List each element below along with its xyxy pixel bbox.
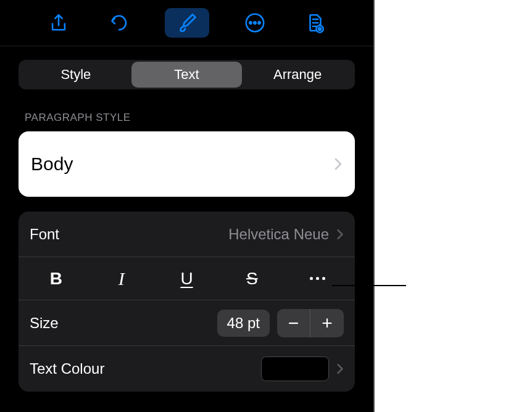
font-value: Helvetica Neue <box>228 226 329 243</box>
text-style-row: B I U S <box>19 257 355 300</box>
text-colour-row[interactable]: Text Colour <box>19 346 355 392</box>
chevron-right-icon <box>336 363 344 375</box>
share-button[interactable] <box>44 8 73 38</box>
callout-line <box>332 285 406 286</box>
svg-point-2 <box>254 22 256 23</box>
paintbrush-icon <box>176 12 198 34</box>
paragraph-style-label: PARAGRAPH STYLE <box>25 112 349 124</box>
toolbar <box>0 0 373 46</box>
more-text-options-button[interactable] <box>285 257 350 300</box>
font-row[interactable]: Font Helvetica Neue <box>19 212 355 257</box>
font-label: Font <box>30 226 228 243</box>
tab-style[interactable]: Style <box>20 62 131 88</box>
document-icon <box>305 12 326 33</box>
size-decrement-button[interactable]: − <box>277 309 310 337</box>
more-icon <box>244 12 265 33</box>
chevron-right-icon <box>334 157 343 171</box>
undo-icon <box>109 12 130 33</box>
document-button[interactable] <box>301 8 330 38</box>
text-colour-label: Text Colour <box>30 360 261 377</box>
svg-point-1 <box>249 22 251 23</box>
strikethrough-button[interactable]: S <box>219 257 285 300</box>
svg-point-5 <box>318 28 320 30</box>
size-label: Size <box>30 315 217 332</box>
paragraph-style-picker[interactable]: Body <box>19 131 355 197</box>
italic-button[interactable]: I <box>89 257 154 300</box>
tab-arrange[interactable]: Arrange <box>242 62 353 88</box>
inspector-tabs: Style Text Arrange <box>19 60 355 89</box>
paragraph-style-value: Body <box>31 154 334 175</box>
size-row: Size 48 pt − + <box>19 300 355 346</box>
size-value[interactable]: 48 pt <box>217 310 270 337</box>
ellipsis-icon <box>310 277 325 280</box>
size-stepper: − + <box>277 309 344 337</box>
svg-point-3 <box>258 22 260 23</box>
share-icon <box>48 12 69 33</box>
size-increment-button[interactable]: + <box>310 309 344 337</box>
bold-button[interactable]: B <box>23 257 89 300</box>
format-panel: Style Text Arrange PARAGRAPH STYLE Body … <box>0 0 375 412</box>
undo-button[interactable] <box>104 8 134 38</box>
font-group: Font Helvetica Neue B I U S Size 48 pt −… <box>19 212 355 392</box>
underline-button[interactable]: U <box>154 257 220 300</box>
chevron-right-icon <box>336 228 344 241</box>
text-colour-swatch[interactable] <box>261 356 329 381</box>
more-button[interactable] <box>240 8 270 38</box>
tab-text[interactable]: Text <box>131 62 243 88</box>
format-button[interactable] <box>165 8 209 38</box>
